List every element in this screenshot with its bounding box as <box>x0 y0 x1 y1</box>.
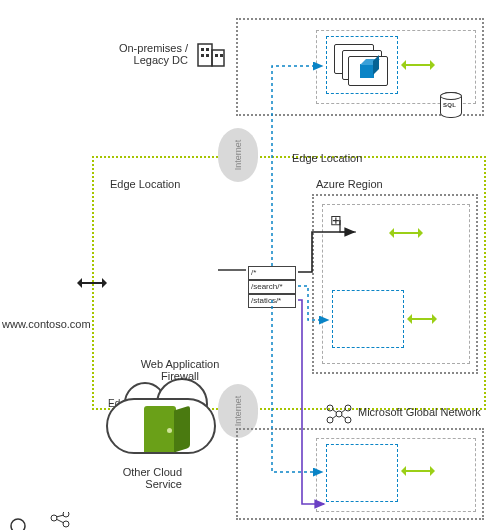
svg-line-18 <box>56 515 64 517</box>
svg-line-19 <box>56 519 64 523</box>
svg-line-25 <box>332 409 337 413</box>
sql-icon-onprem: SQL <box>440 92 462 118</box>
network-icon <box>324 402 354 426</box>
svg-point-8 <box>11 519 25 530</box>
edge-location-top-label: Edge Location <box>292 152 362 164</box>
msft-global-network-label: Microsoft Global Network <box>358 406 481 418</box>
svg-rect-6 <box>215 54 218 57</box>
front-door-icon <box>144 406 176 452</box>
svg-rect-7 <box>220 54 223 57</box>
vm-group-onprem <box>326 36 398 94</box>
arrow-appsvc-cosmos <box>392 232 420 234</box>
vm-group-azure <box>332 290 404 348</box>
svg-rect-5 <box>206 54 209 57</box>
route-search: /search/* <box>248 280 296 294</box>
svg-point-15 <box>51 515 57 521</box>
route-statics: /statics/* <box>248 294 296 308</box>
svg-point-16 <box>63 512 69 517</box>
front-door-cloud-icon <box>106 378 216 458</box>
waf-label: Web Application Firewall <box>130 358 230 382</box>
svg-rect-0 <box>198 44 212 66</box>
svg-line-27 <box>332 415 337 419</box>
client-url-label: www.contoso.com <box>2 318 91 330</box>
location-pin-icon-inner <box>116 290 142 316</box>
svg-line-26 <box>341 409 346 413</box>
svg-point-22 <box>327 417 333 423</box>
svg-point-17 <box>63 521 69 527</box>
arrow-client-edge <box>80 282 104 284</box>
svg-point-21 <box>345 405 351 411</box>
vm-group-other <box>326 444 398 502</box>
lb-icon: ⊞ <box>330 212 342 228</box>
arrow-other-vm-sql <box>404 470 432 472</box>
on-prem-label: On-premises / Legacy DC <box>116 42 188 66</box>
svg-point-20 <box>327 405 333 411</box>
arrow-azure-vm-sql <box>410 318 434 320</box>
svg-point-23 <box>345 417 351 423</box>
svg-rect-4 <box>201 54 204 57</box>
internet-icon-top: Internet <box>218 128 258 182</box>
user-client-icon <box>6 512 78 530</box>
datacenter-icon <box>194 36 228 72</box>
other-cloud-label: Other Cloud Service <box>118 466 182 490</box>
svg-line-28 <box>341 415 346 419</box>
route-default: /* <box>248 266 296 280</box>
azure-region-label: Azure Region <box>316 178 383 190</box>
location-pin-icon-bottom <box>199 515 220 530</box>
svg-point-24 <box>336 411 342 417</box>
svg-rect-1 <box>212 50 224 66</box>
svg-rect-3 <box>206 48 209 51</box>
edge-location-inner-label: Edge Location <box>110 178 180 190</box>
arrow-onprem-vm-sql <box>404 64 432 66</box>
svg-rect-2 <box>201 48 204 51</box>
location-pin-icon-top <box>262 214 288 240</box>
